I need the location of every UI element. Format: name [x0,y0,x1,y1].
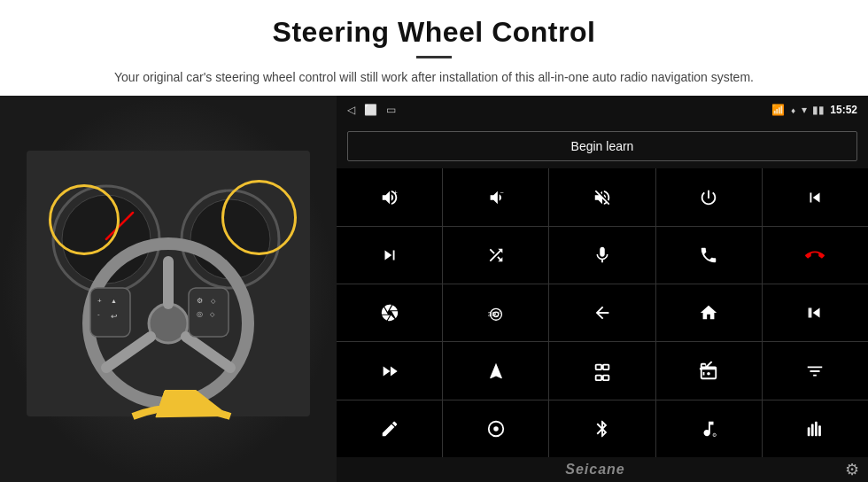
home-nav-icon[interactable]: ⬜ [364,104,377,116]
equalizer-bars-button[interactable] [763,400,868,457]
subtitle: Your original car's steering wheel contr… [89,67,779,87]
battery-icon: ▮▮ [812,104,825,116]
location-icon: ⬧ [790,104,796,116]
title-divider [416,56,452,58]
vol-up-button[interactable]: + [337,168,442,225]
seicane-logo: Seicane [565,462,624,478]
circle-left-indicator [49,184,120,255]
vol-down-button[interactable]: − [443,168,548,225]
music-button[interactable]: ⚙ [656,400,762,457]
svg-text:−: − [500,189,503,197]
phone-button[interactable] [656,227,762,284]
fast-forward-button[interactable] [337,342,442,399]
bottom-bar: Seicane ⚙ [337,457,868,482]
back-nav-icon[interactable]: ◁ [347,104,355,116]
svg-rect-27 [809,308,810,318]
home-button[interactable] [656,284,762,341]
settings-eq-button[interactable] [763,342,868,399]
circle-right-indicator [221,180,297,255]
eq-button[interactable] [549,342,655,399]
status-nav-icons: ◁ ⬜ ▭ [347,104,396,116]
svg-text:⚙: ⚙ [712,431,717,438]
status-time: 15:52 [830,104,857,116]
svg-rect-32 [811,424,814,436]
status-right-area: 📶 ⬧ ▾ ▮▮ 15:52 [771,104,857,116]
car-image-section: + - ▲ ↩ ⚙ ◎ ◇ ◇ [0,96,337,482]
content-area: + - ▲ ↩ ⚙ ◎ ◇ ◇ [0,96,868,482]
svg-text:+: + [97,297,102,305]
control-panel: ◁ ⬜ ▭ 📶 ⬧ ▾ ▮▮ 15:52 Begin learn [337,96,868,482]
mute-button[interactable] [549,168,655,225]
power-button[interactable] [656,168,762,225]
svg-text:▲: ▲ [111,298,117,304]
page-container: Steering Wheel Control Your original car… [0,0,868,482]
camera-button[interactable] [337,284,442,341]
skip-back-button[interactable] [763,284,868,341]
svg-text:⚙: ⚙ [197,297,203,305]
view-360-button[interactable]: 360° [443,284,548,341]
arrow-indicator [124,390,248,447]
begin-learn-row: Begin learn [337,124,868,168]
navigate-button[interactable] [443,342,548,399]
svg-text:◎: ◎ [197,310,203,318]
status-bar: ◁ ⬜ ▭ 📶 ⬧ ▾ ▮▮ 15:52 [337,96,868,124]
page-title: Steering Wheel Control [18,16,850,49]
pen-button[interactable] [337,400,442,457]
radio-button[interactable] [656,342,762,399]
back-button[interactable] [549,284,655,341]
mic-button[interactable] [549,227,655,284]
svg-rect-31 [808,427,810,436]
prev-track-phone-button[interactable] [763,168,868,225]
next-track-button[interactable] [337,227,442,284]
bluetooth-button[interactable] [549,400,655,457]
svg-rect-34 [819,425,822,436]
header-section: Steering Wheel Control Your original car… [0,0,868,96]
signal-icon: 📶 [771,104,785,116]
recent-nav-icon[interactable]: ▭ [386,104,396,116]
settings-gear-icon[interactable]: ⚙ [845,460,859,479]
svg-rect-33 [815,422,818,437]
wifi-icon: ▾ [802,104,807,116]
controls-grid: + − [337,168,868,457]
svg-text:+: + [393,189,397,197]
svg-point-29 [493,426,499,431]
begin-learn-button[interactable]: Begin learn [347,131,857,161]
shuffle-button[interactable] [443,227,548,284]
svg-rect-16 [189,288,229,337]
car-background: + - ▲ ↩ ⚙ ◎ ◇ ◇ [0,96,337,482]
svg-text:↩: ↩ [111,312,118,321]
svg-text:-: - [97,310,100,318]
circle-dot-button[interactable] [443,400,548,457]
hang-up-button[interactable] [763,227,868,284]
